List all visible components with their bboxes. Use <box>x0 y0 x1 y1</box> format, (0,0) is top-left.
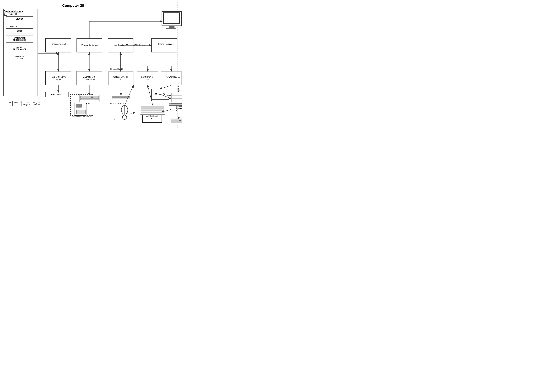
partition-row: OS 35 Apps. 36 Other Progs. 37 Program D… <box>5 101 41 106</box>
system-memory-number: 22 <box>4 13 7 16</box>
wan-label: WAN 52 <box>167 94 175 96</box>
floppy-drive-label: Floppy Drive 28 <box>77 102 90 104</box>
optical-drive-if-box: Optical Drive I/F 34 <box>109 71 133 85</box>
video-adapter-box: Video Adapter 48 <box>77 38 102 52</box>
floppy-drive-50-label: Floppy Drive 50 <box>174 121 182 125</box>
app-programs-box: APPLICATION PROGRAMS 36 <box>6 36 33 43</box>
removable-storage-label: Removable Storage 29 <box>72 115 92 117</box>
hard-drive-box: Hard Drive 27 <box>45 92 69 97</box>
hard-disk-drive-box: Hard Disk Drive I/F 32 <box>45 71 71 85</box>
host-adapter-box: Host Adapter 55 <box>108 38 133 52</box>
diagram-container: Computer 20 (ROM 24) BIOS 26 (RAM 25) OS… <box>0 0 182 131</box>
removable-dashed-border <box>70 94 93 115</box>
program-data-box: PROGRAM DATA 38 <box>6 54 33 61</box>
scsi-bus-label: SCSI Bus 56 <box>133 44 145 46</box>
partition-other: Other Progs. 37 <box>22 101 32 106</box>
system-memory-box: (ROM 24) BIOS 26 (RAM 25) OS 35 APPLICAT… <box>3 9 38 96</box>
partition-apps: Apps. 36 <box>13 101 21 106</box>
optical-drive-label: Optical Drive 30 <box>110 102 124 104</box>
lan-label: LAN 51 <box>174 76 180 79</box>
ram-label: (RAM 25) <box>9 25 17 27</box>
partition-os: OS 35 <box>5 101 12 106</box>
partition-progdata: Program Data 38 <box>32 101 41 106</box>
magnetic-disk-drive-box: Magnetic Disk Drive I/F 33 <box>77 71 102 85</box>
system-bus-label: System Bus 23 <box>110 68 124 70</box>
modem-box: Modem 54 <box>151 89 169 100</box>
os-box: OS 35 <box>6 28 33 33</box>
remote-computers-label: Remote Computer(s) 49 <box>176 105 182 111</box>
processing-unit-box: Processing Unit 21 <box>45 38 71 52</box>
computer-title: Computer 20 <box>62 4 84 8</box>
other-programs-box: OTHER PROGRAMS 37 <box>6 45 33 52</box>
mouse-label: Mouse 42 <box>126 112 135 114</box>
system-memory-title: System Memory22 <box>4 10 23 16</box>
bios-box: BIOS 26 <box>6 16 33 21</box>
monitor-label: Monitor 47 <box>165 44 175 46</box>
serial-port-box: Serial Port I/F 46 <box>137 71 158 85</box>
keyboard-label: Keyboard 40 <box>144 113 155 115</box>
num31-label: 31 <box>113 118 115 120</box>
